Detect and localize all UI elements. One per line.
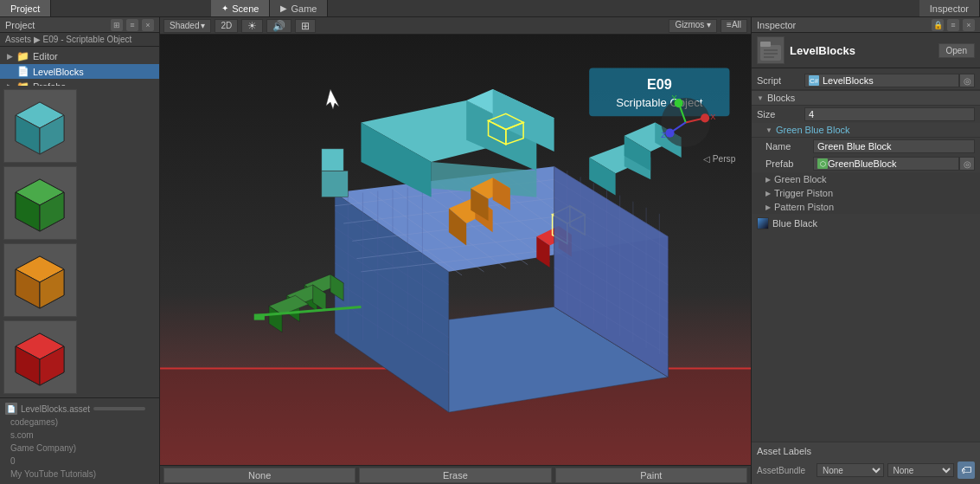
script-label: Script	[757, 75, 804, 86]
pp-triangle: ▶	[765, 203, 771, 211]
project-panel-title: Project	[5, 20, 35, 30]
top-bar: Project ✦ Scene ▶ Game Inspector	[0, 0, 980, 17]
blue-black-row: Blue Black	[752, 214, 980, 229]
trigger-piston-label: Trigger Piston	[774, 188, 833, 198]
thumbnail-red-cube[interactable]	[3, 320, 77, 394]
blocks-section[interactable]: ▼ Blocks	[752, 90, 980, 106]
thumbnail-teal-cube[interactable]	[3, 89, 77, 163]
svg-rect-119	[760, 45, 781, 61]
bottom-text-5: My YouTube Tutorials)	[5, 468, 154, 481]
inspector-header: Inspector 🔒 ≡ ×	[752, 17, 980, 33]
mode-2d-label: 2D	[221, 21, 232, 30]
gb-triangle: ▶	[765, 176, 771, 184]
gizmos-label: Gizmos ▾	[675, 20, 711, 29]
tree-item-editor[interactable]: ▶ 📁 Editor	[0, 48, 159, 64]
asset-bundle-row: AssetBundle None None 🏷	[757, 460, 975, 481]
inspector-content: Script C# LevelBlocks ◎ ▼ Blocks Size ▼	[752, 68, 980, 442]
tab-project[interactable]: Project	[0, 0, 51, 16]
erase-btn[interactable]: Erase	[359, 468, 551, 483]
inspector-menu-icon[interactable]: ≡	[947, 19, 959, 31]
right-panel: Inspector 🔒 ≡ × LevelBlocks Open	[751, 17, 980, 484]
blocks-triangle: ▼	[757, 94, 764, 102]
shading-dropdown[interactable]: Shaded ▾	[163, 19, 211, 33]
left-panel: Project ⊞ ≡ × Assets ▶ E09 - Scriptable …	[0, 17, 160, 484]
script-value: C# LevelBlocks	[804, 74, 959, 87]
none-btn[interactable]: None	[163, 468, 355, 483]
tree-area: ▶ 📁 Editor 📄 LevelBlocks ▶ 📁 Prefabs ▶ 📁…	[0, 47, 159, 86]
asset-labels-tag-icon[interactable]: 🏷	[958, 461, 975, 479]
gbb-triangle: ▼	[765, 126, 772, 134]
bottom-text-2: s.com	[5, 429, 154, 442]
effects-btn[interactable]: ⊞	[295, 19, 316, 33]
panel-header-icons: ⊞ ≡ ×	[111, 19, 154, 31]
asset-bundle-select-1[interactable]: None	[817, 463, 884, 477]
shading-label: Shaded	[170, 21, 199, 30]
prefab-select-btn[interactable]: ◎	[959, 157, 975, 171]
tree-item-label: Editor	[33, 51, 58, 61]
inspector-lock-icon[interactable]: 🔒	[932, 19, 944, 31]
left-panel-bottom: 📄 LevelBlocks.asset codegames) s.com Gam…	[0, 397, 159, 484]
thumbnail-green-cube[interactable]	[3, 166, 77, 240]
inspector-tab-label: Inspector	[930, 3, 969, 14]
panel-menu-icon[interactable]: ≡	[126, 19, 138, 31]
blue-black-swatch	[757, 217, 769, 229]
mode-2d-btn[interactable]: 2D	[215, 19, 238, 33]
gizmos-btn[interactable]: Gizmos ▾	[669, 19, 717, 33]
tree-arrow: ▶	[7, 52, 13, 61]
lighting-btn[interactable]: ☀	[241, 19, 263, 33]
tree-item-levelblocks[interactable]: 📄 LevelBlocks	[0, 64, 159, 79]
asset-bundle-select-2[interactable]: None	[887, 463, 955, 477]
thumbnail-row-2	[3, 166, 156, 240]
asset-labels-section: Asset Labels AssetBundle None None 🏷	[752, 442, 980, 484]
tree-item-prefabs[interactable]: ▶ 📁 Prefabs	[0, 79, 159, 86]
size-row: Size	[752, 106, 980, 123]
audio-btn[interactable]: 🔊	[266, 19, 291, 33]
tab-scene[interactable]: ✦ Scene	[211, 0, 270, 16]
asset-file-name: LevelBlocks.asset	[21, 404, 90, 414]
scene-3d-viewport[interactable]: E09 Scriptable Object X Y Z ◁ Persp	[160, 35, 751, 465]
script-cs-icon: C#	[809, 75, 819, 86]
game-tab-label: Game	[291, 3, 317, 14]
size-input[interactable]	[804, 107, 975, 121]
inspector-object-name: LevelBlocks	[790, 44, 855, 57]
name-value: Green Blue Block	[813, 139, 975, 153]
project-tab-label: Project	[10, 3, 40, 14]
prefab-name: GreenBlueBlock	[828, 158, 897, 169]
trigger-piston-section[interactable]: ▶ Trigger Piston	[752, 186, 980, 200]
scene-toolbar: Shaded ▾ 2D ☀ 🔊 ⊞ Gizmos ▾ ≡All	[160, 17, 751, 35]
paint-btn[interactable]: Paint	[555, 468, 747, 483]
green-blue-block-section[interactable]: ▼ Green Blue Block	[752, 123, 980, 138]
prefab-value: ⬡ GreenBlueBlock	[813, 157, 959, 171]
thumbnail-row-3	[3, 243, 156, 317]
pattern-piston-section[interactable]: ▶ Pattern Piston	[752, 200, 980, 214]
green-block-label: Green Block	[774, 174, 827, 184]
panel-close-icon[interactable]: ×	[142, 19, 154, 31]
thumbnails-area	[0, 86, 159, 397]
blocks-label: Blocks	[767, 93, 795, 103]
scene-icon: ✦	[221, 3, 228, 13]
script-select-btn[interactable]: ◎	[959, 74, 975, 87]
tp-triangle: ▶	[765, 190, 771, 197]
svg-text:X: X	[710, 113, 715, 121]
size-label: Size	[757, 109, 804, 119]
scene-tab-label: Scene	[232, 3, 259, 14]
asset-file-item[interactable]: 📄 LevelBlocks.asset	[5, 402, 154, 416]
prefab-label: Prefab	[765, 158, 813, 169]
all-label-btn[interactable]: ≡All	[721, 19, 747, 33]
bottom-text-4: 0	[5, 455, 154, 468]
tab-inspector[interactable]: Inspector	[919, 0, 980, 16]
slider-bar[interactable]	[93, 407, 145, 410]
prefab-row: Prefab ⬡ GreenBlueBlock ◎	[752, 155, 980, 172]
panel-lock-icon[interactable]: ⊞	[111, 19, 123, 31]
open-button[interactable]: Open	[938, 43, 975, 58]
green-cube-svg	[8, 171, 73, 236]
file-icon: 📄	[17, 66, 29, 77]
green-block-section[interactable]: ▶ Green Block	[752, 172, 980, 186]
inspector-close-icon[interactable]: ×	[963, 19, 975, 31]
center-panel: Shaded ▾ 2D ☀ 🔊 ⊞ Gizmos ▾ ≡All	[160, 17, 751, 484]
teal-cube-svg	[8, 94, 73, 158]
red-cube-svg	[8, 325, 73, 390]
thumbnail-orange-cube[interactable]	[3, 243, 77, 317]
tab-game[interactable]: ▶ Game	[270, 0, 328, 16]
script-name: LevelBlocks	[823, 75, 874, 86]
